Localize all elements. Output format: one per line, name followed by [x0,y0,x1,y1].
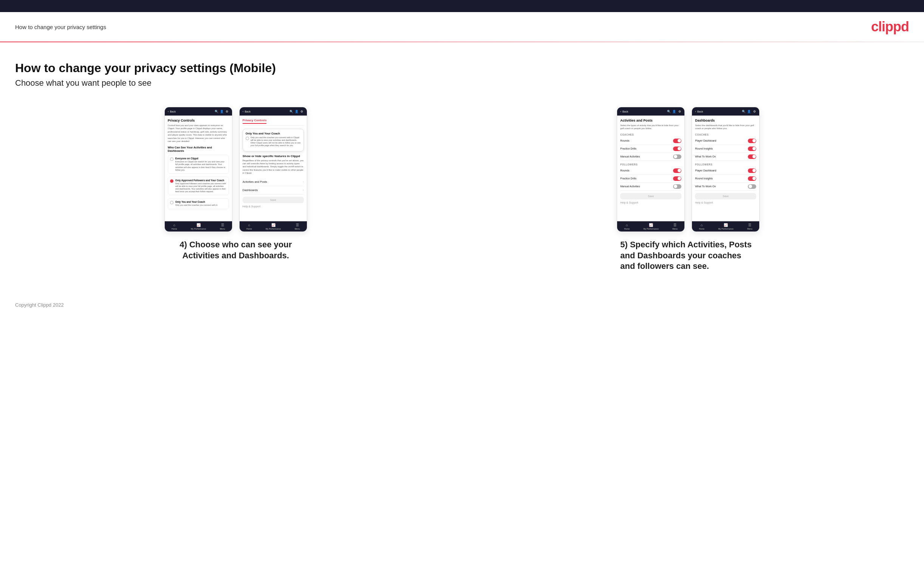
screen2-back[interactable]: ‹ Back [242,110,250,113]
chart-icon2: 📈 [271,223,276,227]
nav-menu4[interactable]: ☰ Menu [747,223,753,230]
screen3-followers-rounds-label: Rounds [620,169,629,172]
screen1-option-everyone-text: Everyone on Clippd Everyone on Clippd ca… [175,157,227,171]
screen2-feature-section: Show or hide specific features in Clippd… [242,155,304,175]
search-icon2[interactable]: 🔍 [289,110,293,113]
nav-performance[interactable]: 📈 My Performance [191,223,206,230]
screen3-back[interactable]: ‹ Back [620,110,628,113]
screen1-content: Privacy Controls Control how you and you… [165,116,232,221]
screen1-back[interactable]: ‹ Back [168,110,176,113]
screen3-topbar: ‹ Back 🔍 👤 ⚙ [617,107,684,116]
nav-performance4[interactable]: 📈 My Performance [719,223,733,230]
nav-home-label: Home [171,228,177,230]
screen3-coaches-label: COACHES [620,133,682,136]
search-icon[interactable]: 🔍 [215,110,218,113]
screen2-tab-bar: Privacy Controls [242,119,304,126]
nav-performance2[interactable]: 📈 My Performance [266,223,281,230]
screen4-coaches-label: COACHES [695,133,756,136]
back-arrow-icon4: ‹ [695,110,696,113]
followers-player-toggle[interactable] [748,168,756,173]
option-only-you-desc: Only you and the coaches you connect wit… [175,204,218,206]
settings-icon4[interactable]: ⚙ [753,110,756,113]
screen3-followers-manual-label: Manual Activities [620,185,640,188]
screen4-coaches-round-insights: Round Insights [695,145,756,153]
screen1-back-label: Back [170,110,176,113]
screen2-chevron-dashboards[interactable]: Dashboards › [242,186,304,195]
coaches-what-to-work-toggle[interactable] [748,155,756,159]
home-icon: ⌂ [173,223,175,227]
screen4-followers-round-insights-label: Round Insights [695,177,713,180]
screen1-option-everyone[interactable]: Everyone on Clippd Everyone on Clippd ca… [168,155,229,174]
nav-home3[interactable]: ⌂ Home [624,223,630,230]
followers-rounds-toggle[interactable] [673,168,682,173]
radio-circle-everyone [170,158,173,161]
screen3-mockup: ‹ Back 🔍 👤 ⚙ Activities and Posts Select… [617,107,685,232]
coaches-round-insights-toggle[interactable] [748,147,756,151]
followers-round-insights-toggle[interactable] [748,176,756,181]
nav-home[interactable]: ⌂ Home [171,223,177,230]
screen2-help[interactable]: Help & Support [242,203,304,208]
nav-home4[interactable]: ⌂ Home [699,223,704,230]
screen4-followers-what-to-work-label: What To Work On [695,185,716,188]
screen3-save-btn[interactable]: Save [620,193,682,199]
screen2-chevron-activities[interactable]: Activities and Posts › [242,178,304,186]
coaches-drills-toggle[interactable] [673,147,682,151]
screen3-coaches-rounds-label: Rounds [620,139,629,142]
menu-icon3: ☰ [674,223,677,227]
nav-home2[interactable]: ⌂ Home [246,223,252,230]
screen3-help[interactable]: Help & Support [620,199,682,205]
nav-menu2[interactable]: ☰ Menu [295,223,300,230]
screen2-save-btn[interactable]: Save [242,197,304,203]
nav-menu3[interactable]: ☰ Menu [672,223,678,230]
screen3-coaches-drills: Practice Drills [620,145,682,153]
nav-home-label4: Home [699,228,704,230]
followers-what-to-work-toggle[interactable] [748,184,756,189]
screen4-save-btn[interactable]: Save [695,193,756,199]
screen3-section-desc: Select the types of activity that you'd … [620,124,682,130]
nav-performance3[interactable]: 📈 My Performance [644,223,659,230]
option-only-you-label: Only You and Your Coach [175,200,218,203]
screen4-coaches-player-label: Player Dashboard [695,139,716,142]
screen1-bottom-nav: ⌂ Home 📈 My Performance ☰ Menu [165,221,232,232]
coaches-player-toggle[interactable] [748,139,756,143]
people-icon[interactable]: 👤 [220,110,224,113]
followers-manual-toggle[interactable] [673,184,682,189]
people-icon2[interactable]: 👤 [295,110,299,113]
nav-menu[interactable]: ☰ Menu [220,223,225,230]
screen3-bottom-nav: ⌂ Home 📈 My Performance ☰ Menu [617,221,684,232]
screen2-icons: 🔍 👤 ⚙ [289,110,304,113]
screen3-followers-label: FOLLOWERS [620,163,682,166]
settings-icon[interactable]: ⚙ [225,110,229,113]
menu-icon4: ☰ [748,223,751,227]
chevron-dashboards-label: Dashboards [242,189,258,192]
chart-icon3: 📈 [649,223,653,227]
screen1-option-only-you[interactable]: Only You and Your Coach Only you and the… [168,198,229,209]
screen4-back[interactable]: ‹ Back [695,110,703,113]
followers-drills-toggle[interactable] [673,176,682,181]
home-icon3: ⌂ [626,223,628,227]
coaches-rounds-toggle[interactable] [673,139,682,143]
settings-icon2[interactable]: ⚙ [300,110,304,113]
header-title: How to change your privacy settings [15,24,106,30]
chart-icon: 📈 [197,223,201,227]
settings-icon3[interactable]: ⚙ [678,110,682,113]
screen1-option-approved[interactable]: Only Approved Followers and Your Coach O… [168,177,229,196]
screen4-section-desc: Select the dashboards that you'd like to… [695,124,756,130]
screen3-followers-drills-label: Practice Drills [620,177,636,180]
chevron-activities-icon: › [303,180,304,184]
search-icon4[interactable]: 🔍 [742,110,746,113]
people-icon4[interactable]: 👤 [747,110,751,113]
search-icon3[interactable]: 🔍 [667,110,671,113]
screen4-coaches-what-to-work-label: What To Work On [695,155,716,158]
screen1-icons: 🔍 👤 ⚙ [215,110,229,113]
nav-menu-label: Menu [220,228,225,230]
people-icon3[interactable]: 👤 [672,110,676,113]
back-arrow-icon2: ‹ [242,110,244,113]
back-arrow-icon3: ‹ [620,110,621,113]
option-everyone-desc: Everyone on Clippd can search for you an… [175,161,227,171]
screen2-tab[interactable]: Privacy Controls [242,119,267,124]
screen4-bottom-nav: ⌂ Home 📈 My Performance ☰ Menu [692,221,759,232]
screen4-help[interactable]: Help & Support [695,199,756,205]
coaches-manual-toggle[interactable] [673,155,682,159]
screen1-section-title: Privacy Controls [168,119,229,122]
